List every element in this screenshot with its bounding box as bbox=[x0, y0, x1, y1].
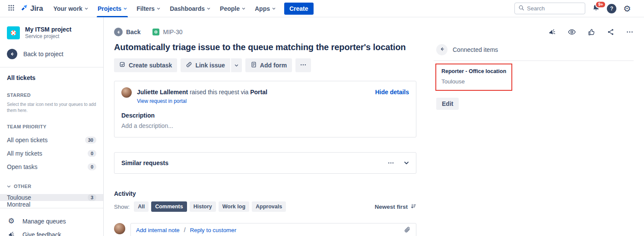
sidebar-item-open-tasks[interactable]: Open tasks 0 bbox=[0, 160, 103, 173]
similar-requests-expand-chevron-icon[interactable] bbox=[404, 160, 409, 166]
sidebar-item-all-open-tickets[interactable]: All open tickets 30 bbox=[0, 133, 103, 147]
nav-item-apps[interactable]: Apps bbox=[251, 0, 280, 17]
chevron-down-icon bbox=[207, 7, 210, 10]
sidebar-item-toulouse[interactable]: Toulouse 3 bbox=[0, 194, 103, 201]
create-button[interactable]: Create bbox=[284, 3, 314, 15]
issue-action-buttons: Create subtask Link issue bbox=[114, 58, 416, 72]
link-issue-label: Link issue bbox=[195, 62, 225, 69]
other-section-toggle[interactable]: OTHER bbox=[0, 184, 103, 189]
search-box[interactable] bbox=[514, 3, 585, 14]
search-icon bbox=[518, 5, 524, 13]
project-lifebuoy-icon bbox=[7, 26, 20, 39]
top-navigation: Jira Your work Projects Filters Dashboar… bbox=[0, 0, 644, 17]
nav-item-label: Apps bbox=[255, 5, 270, 12]
filter-history[interactable]: History bbox=[190, 201, 216, 212]
back-button[interactable]: Back bbox=[114, 28, 140, 36]
jira-logo[interactable]: Jira bbox=[20, 3, 43, 14]
manage-queues-button[interactable]: ⚙ Manage queues bbox=[0, 214, 103, 228]
nav-item-your-work[interactable]: Your work bbox=[49, 0, 92, 17]
add-form-label: Add form bbox=[260, 62, 287, 69]
issue-title: Automatically triage issue to the queue … bbox=[114, 42, 416, 52]
megaphone-icon bbox=[7, 231, 16, 236]
field-value: Toulouse bbox=[441, 78, 506, 85]
attach-paperclip-icon[interactable] bbox=[404, 226, 411, 233]
project-type: Service project bbox=[25, 33, 71, 39]
back-to-project-button[interactable]: Back to project bbox=[0, 49, 103, 59]
panel-back-button[interactable] bbox=[436, 44, 447, 55]
reply-to-customer-link[interactable]: Reply to customer bbox=[190, 227, 236, 233]
manage-queues-label: Manage queues bbox=[22, 218, 66, 225]
gear-icon: ⚙ bbox=[7, 217, 16, 225]
field-label: Reporter - Office location bbox=[441, 68, 506, 74]
jira-logo-icon bbox=[20, 3, 29, 14]
view-request-in-portal-link[interactable]: View request in portal bbox=[137, 98, 187, 104]
reporter-avatar bbox=[121, 87, 132, 98]
filter-all[interactable]: All bbox=[134, 201, 149, 212]
request-details-card: Juliette Lallement raised this request v… bbox=[114, 81, 416, 137]
nav-item-people[interactable]: People bbox=[216, 0, 250, 17]
sidebar-item-all-my-tickets[interactable]: All my tickets 0 bbox=[0, 147, 103, 160]
link-icon bbox=[186, 61, 192, 69]
arrow-left-icon bbox=[439, 46, 445, 53]
create-subtask-label: Create subtask bbox=[129, 62, 172, 69]
more-actions-button[interactable] bbox=[295, 58, 311, 72]
nav-item-filters[interactable]: Filters bbox=[132, 0, 165, 17]
description-label: Description bbox=[121, 112, 409, 119]
connected-items-panel: Connected items Reporter - Office locati… bbox=[436, 41, 634, 236]
vote-thumbs-up-icon[interactable] bbox=[587, 28, 596, 36]
primary-nav: Your work Projects Filters Dashboards Pe… bbox=[49, 0, 280, 17]
other-section-label: OTHER bbox=[14, 184, 32, 189]
add-form-button[interactable]: Add form bbox=[245, 58, 292, 72]
search-input[interactable] bbox=[527, 5, 574, 12]
chevron-down-icon bbox=[124, 7, 127, 10]
similar-requests-more-icon[interactable] bbox=[387, 159, 394, 166]
watch-eye-icon[interactable] bbox=[568, 28, 576, 36]
chevron-down-icon bbox=[85, 7, 88, 10]
current-user-avatar bbox=[114, 223, 125, 234]
link-issue-dropdown-button[interactable] bbox=[231, 58, 242, 72]
comment-input-box[interactable]: Add internal note / Reply to customer bbox=[130, 223, 416, 236]
queue-label: Toulouse bbox=[7, 194, 31, 201]
app-switcher-button[interactable] bbox=[5, 3, 17, 15]
notifications-button[interactable]: 9+ bbox=[592, 4, 600, 13]
feedback-megaphone-icon[interactable] bbox=[548, 28, 556, 36]
queue-label: All open tickets bbox=[7, 137, 48, 144]
nav-item-projects[interactable]: Projects bbox=[93, 0, 131, 17]
filter-approvals[interactable]: Approvals bbox=[252, 201, 286, 212]
edit-button[interactable]: Edit bbox=[436, 98, 459, 110]
create-subtask-button[interactable]: Create subtask bbox=[114, 58, 177, 72]
back-to-project-label: Back to project bbox=[23, 51, 63, 57]
nav-item-dashboards[interactable]: Dashboards bbox=[165, 0, 215, 17]
sidebar-item-montreal[interactable]: Montreal bbox=[0, 201, 103, 208]
settings-button[interactable]: ⚙ bbox=[623, 4, 631, 13]
give-feedback-button[interactable]: Give feedback bbox=[0, 228, 103, 236]
queue-count-badge: 3 bbox=[88, 194, 96, 201]
filter-work-log[interactable]: Work log bbox=[219, 201, 249, 212]
link-issue-button[interactable]: Link issue bbox=[181, 58, 230, 72]
issue-header-actions bbox=[548, 28, 634, 36]
sort-order-button[interactable]: Newest first bbox=[374, 203, 416, 210]
chevron-down-icon bbox=[242, 7, 245, 10]
issue-view: Back MIP-30 bbox=[104, 17, 644, 236]
queue-label: All my tickets bbox=[7, 150, 42, 157]
queue-label: Open tasks bbox=[7, 163, 38, 170]
more-actions-icon[interactable] bbox=[626, 28, 634, 36]
issue-key-breadcrumb[interactable]: MIP-30 bbox=[152, 29, 182, 35]
add-internal-note-link[interactable]: Add internal note bbox=[136, 227, 180, 233]
panel-title: Connected items bbox=[453, 46, 498, 53]
filter-comments[interactable]: Comments bbox=[151, 201, 187, 212]
nav-right-cluster: 9+ ? ⚙ bbox=[514, 3, 638, 14]
request-channel: Portal bbox=[250, 89, 267, 96]
help-button[interactable]: ? bbox=[607, 4, 616, 13]
chevron-down-icon bbox=[272, 7, 276, 10]
issue-header-row: Back MIP-30 bbox=[114, 28, 634, 36]
give-feedback-label: Give feedback bbox=[22, 231, 61, 236]
hide-details-link[interactable]: Hide details bbox=[375, 89, 409, 96]
queue-label: Montreal bbox=[7, 201, 30, 208]
share-icon[interactable] bbox=[607, 28, 615, 36]
sidebar-item-all-tickets[interactable]: All tickets bbox=[0, 74, 103, 81]
team-priority-queues: All open tickets 30 All my tickets 0 Ope… bbox=[0, 133, 103, 173]
description-placeholder[interactable]: Add a description... bbox=[121, 122, 409, 129]
project-header: My ITSM project Service project bbox=[0, 26, 103, 39]
form-document-icon bbox=[251, 61, 257, 69]
